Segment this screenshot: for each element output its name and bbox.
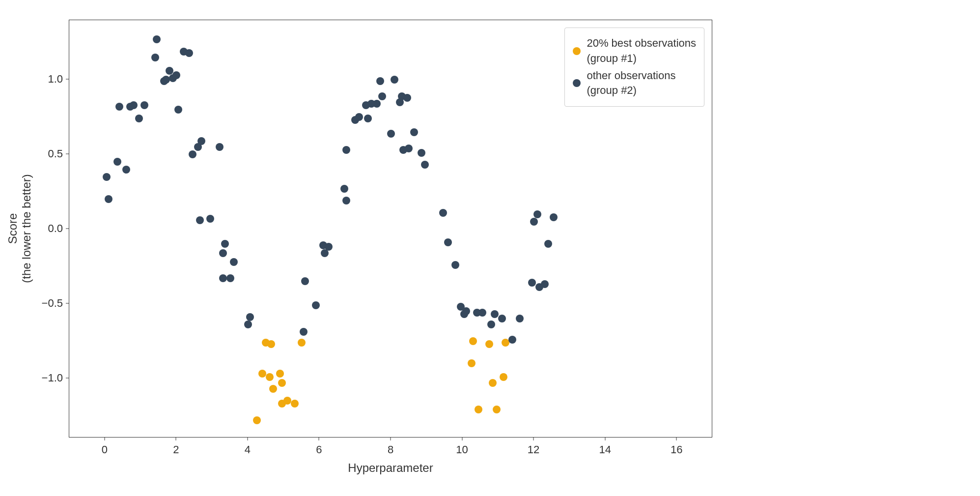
x-tick-label: 4 bbox=[245, 443, 251, 456]
y-tick-label: 0.0 bbox=[48, 222, 63, 235]
data-point bbox=[403, 94, 411, 102]
data-point bbox=[105, 195, 112, 203]
data-point bbox=[122, 166, 130, 174]
data-point bbox=[462, 307, 470, 315]
data-point bbox=[151, 54, 159, 61]
data-point bbox=[267, 340, 275, 348]
data-point bbox=[530, 218, 538, 226]
data-point bbox=[364, 115, 372, 122]
data-point bbox=[174, 106, 182, 114]
data-point bbox=[533, 210, 541, 218]
x-axis-label: Hyperparameter bbox=[348, 461, 433, 475]
data-point bbox=[162, 76, 170, 84]
chart-legend: 20% best observations(group #1) other ob… bbox=[564, 28, 704, 107]
data-point bbox=[185, 49, 193, 57]
data-point bbox=[508, 336, 516, 344]
y-tick-label: −0.5 bbox=[42, 297, 63, 310]
data-point bbox=[278, 379, 286, 387]
data-point bbox=[378, 92, 386, 100]
data-point bbox=[276, 370, 284, 378]
y-tick-label: −1.0 bbox=[42, 372, 63, 384]
data-point bbox=[269, 385, 277, 393]
legend-entry-group2: other observations(group #2) bbox=[573, 68, 696, 99]
data-point bbox=[206, 215, 214, 223]
legend-label-group1: 20% best observations(group #1) bbox=[587, 36, 696, 66]
y-tick-label: 0.5 bbox=[48, 147, 63, 160]
data-point bbox=[115, 103, 123, 111]
data-point bbox=[487, 321, 495, 328]
data-point bbox=[312, 301, 320, 309]
x-tick-label: 2 bbox=[173, 443, 179, 456]
data-point bbox=[387, 130, 395, 138]
data-point bbox=[340, 185, 348, 193]
data-point bbox=[197, 137, 205, 145]
legend-marker-gold bbox=[573, 47, 581, 55]
data-point bbox=[130, 101, 138, 109]
data-point bbox=[516, 315, 524, 322]
data-point bbox=[485, 340, 493, 348]
data-point bbox=[166, 67, 173, 75]
data-point bbox=[244, 321, 252, 328]
data-point bbox=[355, 113, 363, 121]
data-point bbox=[498, 315, 506, 322]
data-point bbox=[444, 238, 452, 246]
data-point bbox=[373, 100, 381, 108]
data-point bbox=[140, 101, 148, 109]
data-point bbox=[325, 243, 333, 251]
data-point bbox=[500, 373, 507, 381]
data-point bbox=[468, 359, 476, 367]
data-point bbox=[421, 161, 429, 169]
data-point bbox=[469, 337, 477, 345]
x-tick-label: 16 bbox=[671, 443, 682, 456]
data-point bbox=[216, 143, 224, 151]
data-point bbox=[489, 379, 497, 387]
data-point bbox=[544, 240, 552, 248]
data-point bbox=[391, 76, 398, 84]
data-point bbox=[113, 158, 121, 166]
data-point bbox=[246, 313, 254, 321]
data-point bbox=[196, 216, 204, 224]
x-tick-label: 12 bbox=[528, 443, 539, 456]
data-point bbox=[298, 339, 306, 347]
data-point bbox=[219, 249, 227, 257]
data-point bbox=[405, 145, 413, 152]
y-axis-label: Score(the lower the better) bbox=[6, 174, 33, 283]
data-point bbox=[103, 173, 111, 181]
x-tick-label: 6 bbox=[316, 443, 322, 456]
data-point bbox=[376, 77, 384, 85]
data-point bbox=[475, 406, 482, 413]
data-point bbox=[418, 149, 425, 157]
data-point bbox=[342, 197, 350, 204]
data-point bbox=[253, 416, 261, 424]
y-tick-label: 1.0 bbox=[48, 73, 63, 86]
chart-frame: 20% best observations(group #1) other ob… bbox=[69, 20, 712, 438]
x-tick-label: 14 bbox=[599, 443, 611, 456]
data-point bbox=[153, 35, 161, 43]
data-point bbox=[491, 310, 499, 318]
data-point bbox=[451, 261, 459, 269]
x-tick-label: 10 bbox=[456, 443, 468, 456]
legend-label-group2: other observations(group #2) bbox=[587, 68, 675, 99]
data-point bbox=[189, 150, 196, 158]
data-point bbox=[550, 213, 558, 221]
legend-entry-group1: 20% best observations(group #1) bbox=[573, 36, 696, 66]
data-point bbox=[301, 277, 309, 285]
data-point bbox=[291, 400, 299, 408]
data-point bbox=[172, 71, 180, 79]
legend-marker-dark bbox=[573, 79, 581, 87]
data-point bbox=[478, 309, 486, 317]
data-point bbox=[221, 240, 229, 248]
data-point bbox=[300, 328, 308, 336]
data-point bbox=[266, 373, 274, 381]
data-point bbox=[226, 274, 234, 282]
data-point bbox=[541, 280, 549, 288]
data-point bbox=[342, 146, 350, 154]
x-tick-label: 8 bbox=[388, 443, 393, 456]
x-tick-label: 0 bbox=[102, 443, 108, 456]
data-point bbox=[439, 209, 447, 217]
data-point bbox=[493, 406, 501, 413]
data-point bbox=[528, 279, 536, 287]
data-point bbox=[230, 258, 238, 266]
data-point bbox=[410, 128, 418, 136]
data-point bbox=[135, 115, 143, 122]
